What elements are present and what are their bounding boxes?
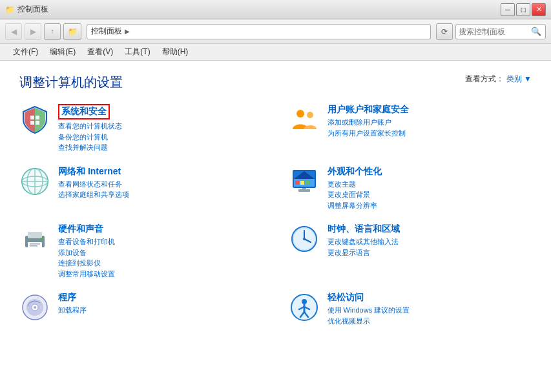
menu-bar: 文件(F) 编辑(E) 查看(V) 工具(T) 帮助(H)	[0, 44, 551, 61]
menu-help[interactable]: 帮助(H)	[157, 45, 194, 59]
title-bar: 📁 控制面板 ─ □ ✕	[0, 0, 551, 19]
hardware-title[interactable]: 硬件和声音	[58, 223, 263, 235]
menu-view[interactable]: 查看(V)	[82, 45, 118, 59]
svg-rect-25	[30, 243, 40, 245]
close-button[interactable]: ✕	[532, 3, 546, 16]
user-accounts-icon	[289, 104, 320, 135]
clock-icon	[289, 223, 320, 254]
system-security-title[interactable]: 系统和安全	[58, 104, 110, 119]
hardware-link-2[interactable]: 连接到投影仪	[58, 258, 263, 269]
svg-rect-20	[298, 189, 310, 192]
system-security-link-0[interactable]: 查看您的计算机状态	[58, 121, 263, 132]
svg-rect-3	[36, 121, 39, 125]
svg-rect-1	[36, 116, 39, 119]
hardware-link-0[interactable]: 查看设备和打印机	[58, 236, 263, 247]
search-input[interactable]	[459, 27, 530, 36]
up-button[interactable]: ↑	[44, 23, 61, 40]
svg-rect-2	[30, 121, 34, 125]
refresh-button[interactable]: ⟳	[436, 23, 453, 40]
view-mode: 查看方式： 类别 ▼	[465, 74, 532, 85]
section-accessibility: 轻松访问 使用 Windows 建议的设置 优化视频显示	[289, 292, 532, 326]
forward-button[interactable]: ▶	[25, 23, 41, 40]
svg-point-5	[307, 112, 313, 118]
network-link-1[interactable]: 选择家庭组和共享选项	[58, 189, 263, 200]
network-link-0[interactable]: 查看网络状态和任务	[58, 179, 263, 190]
system-security-link-1[interactable]: 备份您的计算机	[58, 132, 263, 143]
accessibility-link-0[interactable]: 使用 Windows 建议的设置	[327, 305, 532, 316]
title-bar-left: 📁 控制面板	[5, 4, 48, 15]
page-header: 调整计算机的设置 查看方式： 类别 ▼	[19, 74, 532, 91]
minimize-button[interactable]: ─	[501, 3, 515, 16]
clock-link-0[interactable]: 更改键盘或其他输入法	[327, 236, 532, 247]
svg-rect-16	[295, 181, 299, 185]
folder-icon-btn[interactable]: 📁	[63, 23, 81, 40]
view-mode-current: 类别	[506, 74, 522, 83]
section-clock-text: 时钟、语言和区域 更改键盘或其他输入法 更改显示语言	[327, 223, 532, 258]
hardware-icon	[19, 223, 50, 254]
breadcrumb[interactable]: 控制面板 ▶	[87, 24, 431, 39]
breadcrumb-text: 控制面板	[91, 26, 122, 37]
page-title: 调整计算机的设置	[19, 74, 123, 91]
clock-link-1[interactable]: 更改显示语言	[327, 247, 532, 258]
system-security-link-2[interactable]: 查找并解决问题	[58, 142, 263, 153]
folder-icon: 📁	[5, 5, 15, 14]
folder-small-icon: 📁	[68, 27, 78, 36]
maximize-button[interactable]: □	[516, 3, 530, 16]
appearance-title[interactable]: 外观和个性化	[327, 166, 532, 178]
accessibility-link-1[interactable]: 优化视频显示	[327, 316, 532, 327]
menu-edit[interactable]: 编辑(E)	[45, 45, 81, 59]
hardware-link-3[interactable]: 调整常用移动设置	[58, 269, 263, 280]
svg-rect-21	[302, 188, 306, 189]
appearance-link-0[interactable]: 更改主题	[327, 179, 532, 190]
user-accounts-title[interactable]: 用户账户和家庭安全	[327, 104, 532, 116]
accessibility-icon	[289, 292, 320, 323]
svg-point-27	[40, 238, 43, 240]
section-user-accounts-text: 用户账户和家庭安全 添加或删除用户账户 为所有用户设置家长控制	[327, 104, 532, 138]
section-appearance-text: 外观和个性化 更改主题 更改桌面背景 调整屏幕分辨率	[327, 166, 532, 211]
main-content: 调整计算机的设置 查看方式： 类别 ▼	[0, 61, 551, 392]
section-network: 网络和 Internet 查看网络状态和任务 选择家庭组和共享选项	[19, 166, 263, 211]
view-mode-label: 查看方式：	[465, 74, 504, 85]
title-bar-controls: ─ □ ✕	[501, 3, 546, 16]
user-accounts-link-0[interactable]: 添加或删除用户账户	[327, 117, 532, 128]
programs-link-0[interactable]: 卸载程序	[58, 305, 263, 316]
section-programs-text: 程序 卸载程序	[58, 292, 263, 316]
svg-rect-18	[306, 181, 309, 185]
user-accounts-link-1[interactable]: 为所有用户设置家长控制	[327, 128, 532, 139]
network-title[interactable]: 网络和 Internet	[58, 166, 263, 178]
section-hardware-text: 硬件和声音 查看设备和打印机 添加设备 连接到投影仪 调整常用移动设置	[58, 223, 263, 279]
menu-file[interactable]: 文件(F)	[8, 45, 43, 59]
svg-point-36	[34, 306, 36, 309]
svg-rect-19	[311, 181, 315, 185]
svg-rect-0	[30, 116, 34, 119]
section-appearance: 外观和个性化 更改主题 更改桌面背景 调整屏幕分辨率	[289, 166, 532, 211]
control-panel-grid: 系统和安全 查看您的计算机状态 备份您的计算机 查找并解决问题 用户账户和家庭安…	[19, 104, 532, 326]
chevron-down-icon: ▼	[524, 74, 532, 83]
appearance-link-2[interactable]: 调整屏幕分辨率	[327, 200, 532, 211]
section-user-accounts: 用户账户和家庭安全 添加或删除用户账户 为所有用户设置家长控制	[289, 104, 532, 153]
svg-point-11	[22, 169, 48, 194]
view-mode-link[interactable]: 类别 ▼	[506, 74, 532, 85]
section-programs: 程序 卸载程序	[19, 292, 263, 326]
menu-tools[interactable]: 工具(T)	[120, 45, 155, 59]
breadcrumb-arrow-icon: ▶	[125, 28, 130, 35]
search-icon[interactable]: 🔍	[531, 26, 541, 36]
clock-title[interactable]: 时钟、语言和区域	[327, 223, 532, 235]
section-accessibility-text: 轻松访问 使用 Windows 建议的设置 优化视频显示	[327, 292, 532, 326]
programs-icon	[19, 292, 50, 323]
accessibility-title[interactable]: 轻松访问	[327, 292, 532, 304]
svg-point-32	[303, 238, 306, 240]
programs-title[interactable]: 程序	[58, 292, 263, 304]
section-hardware: 硬件和声音 查看设备和打印机 添加设备 连接到投影仪 调整常用移动设置	[19, 223, 263, 279]
section-system-security-text: 系统和安全 查看您的计算机状态 备份您的计算机 查找并解决问题	[58, 104, 263, 153]
section-network-text: 网络和 Internet 查看网络状态和任务 选择家庭组和共享选项	[58, 166, 263, 200]
svg-point-4	[296, 110, 304, 118]
section-clock: 时钟、语言和区域 更改键盘或其他输入法 更改显示语言	[289, 223, 532, 279]
toolbar: ◀ ▶ ↑ 📁 控制面板 ▶ ⟳ 🔍	[0, 19, 551, 44]
title-bar-title: 控制面板	[17, 4, 48, 15]
svg-rect-23	[28, 232, 42, 238]
network-icon	[19, 166, 50, 197]
back-button[interactable]: ◀	[5, 23, 22, 40]
appearance-link-1[interactable]: 更改桌面背景	[327, 189, 532, 200]
hardware-link-1[interactable]: 添加设备	[58, 247, 263, 258]
